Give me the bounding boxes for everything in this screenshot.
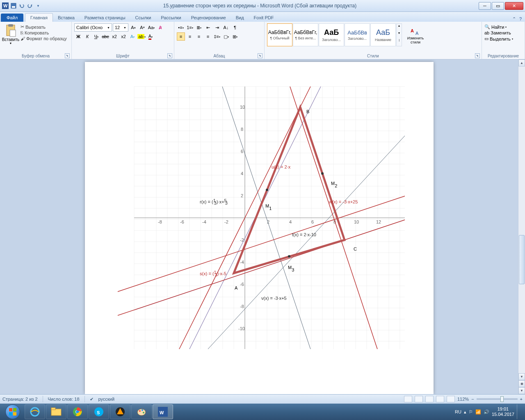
borders-button[interactable]: ⊞▾	[231, 32, 239, 41]
tab-review[interactable]: Рецензирование	[186, 14, 231, 22]
styles-scroll-down[interactable]: ▾	[397, 31, 402, 39]
replace-button[interactable]: abЗаменить	[484, 30, 522, 35]
align-right-button[interactable]: ≡	[195, 32, 203, 41]
file-tab[interactable]: Файл	[1, 14, 23, 22]
paragraph-launcher-icon[interactable]: ⬊	[258, 53, 262, 58]
tab-view[interactable]: Вид	[231, 14, 249, 22]
shading-button[interactable]: ▢▾	[222, 32, 230, 41]
scroll-track[interactable]	[518, 66, 525, 373]
cut-button[interactable]: ✂Вырезать	[21, 24, 67, 30]
view-web[interactable]	[425, 396, 434, 402]
show-desktop-button[interactable]	[517, 404, 520, 419]
tray-network-icon[interactable]: 📶	[475, 409, 481, 415]
multilevel-button[interactable]: ≣▾	[195, 23, 203, 32]
scroll-up-button[interactable]: ▲	[518, 59, 525, 66]
font-name-select[interactable]: Calibri (Осно ▼	[74, 23, 112, 32]
taskbar-paint[interactable]	[131, 404, 152, 419]
maximize-button[interactable]: ▭	[492, 2, 504, 10]
find-button[interactable]: 🔍Найти▾	[484, 24, 522, 30]
next-page-button[interactable]: ▼	[518, 387, 525, 394]
qat-dropdown-icon[interactable]: ▼	[34, 2, 42, 9]
tab-home[interactable]: Главная	[25, 13, 53, 22]
close-button[interactable]: ✕	[505, 2, 523, 10]
tray-clock[interactable]: 19:01 15.04.2017	[492, 406, 514, 417]
styles-launcher-icon[interactable]: ⬊	[475, 53, 480, 58]
tray-lang[interactable]: RU	[455, 409, 461, 414]
clipboard-launcher-icon[interactable]: ⬊	[65, 53, 70, 58]
bold-button[interactable]: Ж	[74, 32, 82, 41]
change-case-button[interactable]: Aa▾	[147, 23, 155, 32]
taskbar-word[interactable]: W	[153, 404, 173, 419]
clear-format-button[interactable]: A̷	[156, 23, 164, 32]
italic-button[interactable]: К	[83, 32, 91, 41]
format-painter-button[interactable]: 🖌Формат по образцу	[21, 36, 67, 41]
shrink-font-button[interactable]: A▾	[138, 23, 146, 32]
prev-page-button[interactable]: ◉	[518, 380, 525, 387]
scroll-down-button[interactable]: ▼	[518, 373, 525, 380]
zoom-slider[interactable]	[477, 398, 518, 400]
view-draft[interactable]	[447, 396, 455, 402]
tab-foxit[interactable]: Foxit PDF	[249, 14, 279, 22]
paste-button[interactable]: Вставить ▼	[2, 23, 19, 45]
view-print-layout[interactable]	[404, 396, 412, 402]
undo-icon[interactable]	[18, 2, 25, 9]
style-nospacing[interactable]: АаБбВвГг,¶ Без инте...	[293, 23, 318, 46]
tray-volume-icon[interactable]: 🔊	[484, 409, 489, 415]
status-page[interactable]: Страница: 2 из 2	[2, 397, 38, 402]
copy-button[interactable]: ⎘Копировать	[21, 30, 67, 35]
align-left-button[interactable]: ≡	[177, 32, 185, 41]
indent-dec-button[interactable]: ⇤	[204, 23, 212, 32]
zoom-in-button[interactable]: +	[520, 397, 523, 402]
tab-insert[interactable]: Вставка	[53, 14, 80, 22]
styles-more[interactable]: ⁞	[397, 39, 402, 46]
highlight-button[interactable]: ab▾	[137, 32, 146, 41]
view-fullscreen[interactable]	[415, 396, 423, 402]
scroll-thumb[interactable]	[519, 235, 525, 284]
spellcheck-icon[interactable]: ✔	[90, 397, 94, 402]
style-heading1[interactable]: АаБЗаголово...	[319, 23, 344, 46]
subscript-button[interactable]: x2	[110, 32, 119, 41]
tab-layout[interactable]: Разметка страницы	[80, 14, 130, 22]
line-spacing-button[interactable]: ‡≡▾	[213, 32, 221, 41]
bullets-button[interactable]: •≡▾	[177, 23, 185, 32]
tab-mailings[interactable]: Рассылки	[156, 14, 186, 22]
zoom-level[interactable]: 112%	[457, 397, 469, 402]
sort-button[interactable]: A↓	[222, 23, 230, 32]
font-launcher-icon[interactable]: ⬊	[167, 53, 172, 58]
save-icon[interactable]	[10, 2, 17, 9]
status-words[interactable]: Число слов: 18	[48, 397, 80, 402]
indent-inc-button[interactable]: ⇥	[213, 23, 221, 32]
select-button[interactable]: ▭Выделить▾	[484, 36, 522, 41]
numbering-button[interactable]: 1≡▾	[186, 23, 194, 32]
help-icon[interactable]: ?	[519, 16, 522, 22]
styles-scroll-up[interactable]: ▴	[397, 24, 402, 31]
font-size-select[interactable]: 12 ▼	[113, 23, 128, 32]
start-button[interactable]	[2, 404, 24, 420]
tray-action-center-icon[interactable]: ⚐	[469, 409, 473, 415]
font-color-button[interactable]: A▾	[146, 32, 155, 41]
strike-button[interactable]: abc	[101, 32, 110, 41]
tray-show-hidden-icon[interactable]: ▴	[464, 409, 466, 415]
taskbar-ie[interactable]	[25, 404, 45, 419]
underline-button[interactable]: Ч▾	[92, 32, 100, 41]
taskbar-chrome[interactable]	[67, 404, 88, 419]
zoom-thumb[interactable]	[500, 396, 504, 402]
taskbar-app1[interactable]	[110, 404, 130, 419]
style-title[interactable]: АаБНазвание	[370, 23, 396, 46]
status-language[interactable]: русский	[98, 397, 114, 402]
document-area[interactable]: -8 -6 -4 -2 2 4 6 8 10 12 10 8 6 4 2 -2 …	[0, 59, 518, 394]
tab-references[interactable]: Ссылки	[130, 14, 156, 22]
change-styles-button[interactable]: AA Изменить стили	[405, 23, 426, 46]
taskbar-skype[interactable]: S	[89, 404, 109, 419]
minimize-button[interactable]: ─	[479, 2, 491, 10]
taskbar-explorer[interactable]	[46, 404, 66, 419]
show-marks-button[interactable]: ¶	[231, 23, 239, 32]
justify-button[interactable]: ≡	[204, 32, 212, 41]
grow-font-button[interactable]: A▴	[129, 23, 137, 32]
redo-icon[interactable]	[26, 2, 34, 9]
style-heading2[interactable]: АаБбВвЗаголово...	[345, 23, 370, 46]
text-effects-button[interactable]: A▾	[128, 32, 137, 41]
vertical-scrollbar[interactable]: ▲ ▼ ◉ ▼	[518, 59, 525, 394]
style-normal[interactable]: АаБбВвГг,¶ Обычный	[267, 23, 292, 46]
align-center-button[interactable]: ≡	[186, 32, 194, 41]
